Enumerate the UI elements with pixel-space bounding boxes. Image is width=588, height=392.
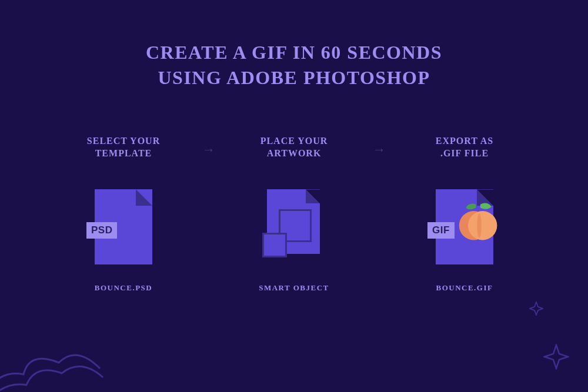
- psd-file-icon: PSD: [95, 186, 152, 268]
- peach-icon: [457, 201, 502, 246]
- page-title: CREATE A GIF IN 60 SECONDS USING ADOBE P…: [146, 40, 442, 91]
- step-place-artwork: PLACE YOUR ARTWORK SMART OBJECT: [236, 134, 352, 293]
- svg-point-2: [477, 213, 482, 238]
- step-caption: BOUNCE.GIF: [436, 283, 493, 293]
- smart-object-icon: [262, 186, 326, 268]
- psd-badge: PSD: [86, 222, 117, 239]
- step-caption: BOUNCE.PSD: [95, 283, 152, 293]
- arrow-icon: →: [202, 142, 215, 158]
- arrow-icon: →: [373, 142, 386, 158]
- gif-file-icon: GIF: [436, 186, 493, 268]
- step-label: SELECT YOUR TEMPLATE: [87, 134, 160, 160]
- cloud-decoration-icon: [0, 310, 118, 392]
- step-label: PLACE YOUR ARTWORK: [260, 134, 328, 160]
- step-select-template: SELECT YOUR TEMPLATE PSD BOUNCE.PSD: [66, 134, 181, 293]
- svg-point-1: [468, 211, 497, 240]
- gif-badge: GIF: [427, 222, 455, 239]
- sparkle-icon: [543, 344, 569, 370]
- title-line-1: CREATE A GIF IN 60 SECONDS: [146, 42, 442, 63]
- steps-row: SELECT YOUR TEMPLATE PSD BOUNCE.PSD → PL…: [66, 134, 522, 293]
- step-export-gif: EXPORT AS .GIF FILE GIF: [407, 134, 522, 293]
- step-label: EXPORT AS .GIF FILE: [436, 134, 493, 160]
- title-line-2: USING ADOBE PHOTOSHOP: [158, 67, 430, 88]
- step-caption: SMART OBJECT: [259, 283, 329, 293]
- sparkle-icon: [529, 301, 543, 316]
